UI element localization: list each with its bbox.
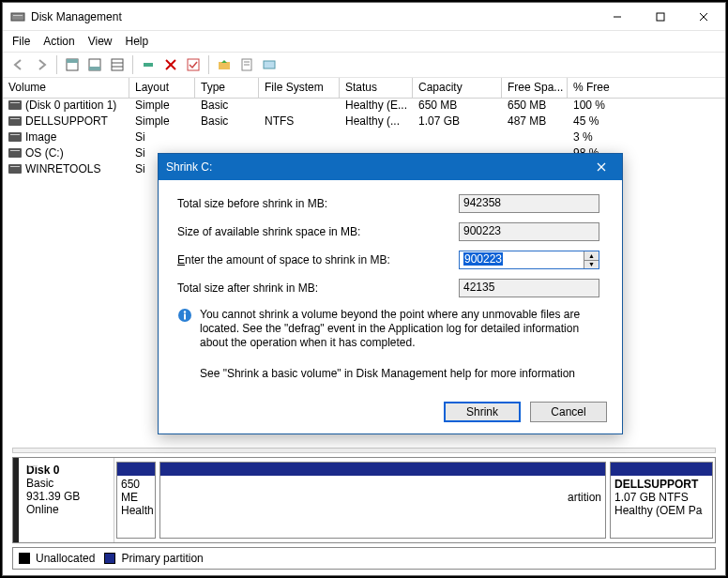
col-capacity[interactable]: Capacity	[413, 78, 502, 98]
menu-action[interactable]: Action	[43, 35, 74, 48]
col-freespace[interactable]: Free Spa...	[502, 78, 568, 98]
volume-name: WINRETOOLS	[25, 162, 100, 175]
svg-rect-3	[657, 13, 664, 21]
partition[interactable]: 650 ME Health	[116, 462, 156, 539]
partition[interactable]: artition	[159, 462, 606, 539]
svg-rect-17	[219, 62, 230, 69]
menu-file[interactable]: File	[12, 35, 30, 48]
volume-row[interactable]: DELLSUPPORTSimpleBasicNTFSHealthy (...1.…	[3, 114, 725, 130]
menubar: File Action View Help	[3, 31, 725, 52]
window-title: Disk Management	[31, 10, 596, 23]
col-status[interactable]: Status	[340, 78, 413, 98]
partition[interactable]: DELLSUPPORT 1.07 GB NTFS Healthy (OEM Pa	[610, 462, 713, 539]
disk-diagram: Disk 0 Basic 931.39 GB Online 650 ME Hea…	[12, 457, 716, 543]
cell	[259, 99, 340, 114]
minimize-button[interactable]	[596, 3, 639, 31]
shrink-amount-value: 900223	[463, 252, 503, 266]
cell	[340, 130, 413, 146]
shrink-dialog: Shrink C: Total size before shrink in MB…	[158, 153, 623, 434]
cell: NTFS	[259, 114, 340, 130]
cell: 650 MB	[502, 99, 568, 114]
back-icon[interactable]	[8, 54, 29, 75]
cell: Si	[129, 130, 195, 146]
svg-rect-10	[112, 59, 123, 70]
volume-name-cell: OS (C:)	[3, 146, 129, 162]
col-filesystem[interactable]: File System	[259, 78, 340, 98]
volume-name: DELLSUPPORT	[25, 114, 108, 128]
cell	[413, 130, 502, 146]
col-pctfree[interactable]: % Free	[568, 78, 725, 98]
shrink-button[interactable]: Shrink	[444, 402, 521, 422]
volume-list-header: Volume Layout Type File System Status Ca…	[3, 78, 725, 99]
disk-header[interactable]: Disk 0 Basic 931.39 GB Online	[13, 458, 114, 542]
close-button[interactable]	[682, 3, 725, 31]
cell: 45 %	[568, 114, 725, 130]
info-text-2: See "Shrink a basic volume" in Disk Mana…	[200, 367, 575, 381]
volume-name: (Disk 0 partition 1)	[25, 99, 116, 112]
dialog-titlebar: Shrink C:	[159, 154, 622, 180]
partition-size: 650 ME	[121, 478, 151, 504]
partition-size: 1.07 GB NTFS	[614, 491, 708, 504]
legend: Unallocated Primary partition	[12, 547, 716, 570]
total-before-label: Total size before shrink in MB:	[177, 197, 459, 210]
cell: 3 %	[568, 130, 725, 146]
legend-swatch-primary	[104, 553, 115, 564]
pane-divider[interactable]	[12, 448, 716, 453]
available-value: 900223	[459, 222, 599, 241]
svg-rect-0	[11, 13, 24, 21]
spinner[interactable]: ▲▼	[584, 251, 599, 268]
spinner-up-icon[interactable]: ▲	[584, 251, 599, 261]
help-icon[interactable]	[259, 54, 280, 75]
available-label: Size of available shrink space in MB:	[177, 225, 459, 238]
svg-rect-21	[264, 61, 275, 68]
svg-rect-9	[89, 67, 100, 70]
forward-icon[interactable]	[31, 54, 52, 75]
volume-name-cell: Image	[3, 130, 129, 146]
delete-icon[interactable]	[160, 54, 181, 75]
volume-icon	[8, 148, 22, 158]
folder-up-icon[interactable]	[214, 54, 235, 75]
cell: 650 MB	[413, 99, 502, 114]
cell: Healthy (...	[340, 114, 413, 130]
app-icon	[10, 9, 25, 24]
info-text-1: You cannot shrink a volume beyond the po…	[200, 308, 607, 350]
dialog-close-button[interactable]	[588, 154, 614, 180]
menu-view[interactable]: View	[88, 35, 113, 48]
legend-swatch-unallocated	[19, 553, 30, 564]
check-icon[interactable]	[183, 54, 204, 75]
cancel-button[interactable]: Cancel	[530, 402, 607, 422]
dialog-title: Shrink C:	[166, 160, 212, 174]
disk-label: Disk 0	[26, 464, 108, 477]
properties-icon[interactable]	[236, 54, 257, 75]
maximize-button[interactable]	[639, 3, 682, 31]
volume-name: Image	[25, 130, 56, 144]
col-volume[interactable]: Volume	[3, 78, 129, 98]
col-layout[interactable]: Layout	[129, 78, 195, 98]
settings-icon[interactable]	[138, 54, 159, 75]
legend-primary: Primary partition	[121, 552, 203, 565]
shrink-amount-input[interactable]: 900223 ▲▼	[459, 251, 599, 269]
spinner-down-icon[interactable]: ▼	[584, 261, 599, 269]
partition-status: Healthy (OEM Pa	[614, 504, 708, 517]
cell	[259, 130, 340, 146]
volume-name-cell: WINRETOOLS	[3, 162, 129, 178]
col-type[interactable]: Type	[195, 78, 259, 98]
cell: 487 MB	[502, 114, 568, 130]
volume-row[interactable]: (Disk 0 partition 1)SimpleBasicHealthy (…	[3, 99, 725, 114]
view-top-icon[interactable]	[62, 54, 83, 75]
cell: Basic	[195, 99, 259, 114]
disk-status: Online	[26, 503, 108, 516]
cell	[502, 130, 568, 146]
partition-status: artition	[164, 491, 601, 504]
view-bottom-icon[interactable]	[84, 54, 105, 75]
svg-rect-26	[184, 314, 186, 320]
menu-help[interactable]: Help	[126, 35, 149, 48]
view-list-icon[interactable]	[107, 54, 128, 75]
volume-row[interactable]: ImageSi3 %	[3, 130, 725, 146]
info-icon	[177, 308, 192, 323]
partition-name: DELLSUPPORT	[614, 478, 708, 491]
cell: Basic	[195, 114, 259, 130]
svg-point-25	[184, 311, 186, 312]
volume-name-cell: (Disk 0 partition 1)	[3, 99, 129, 114]
volume-icon	[8, 164, 22, 174]
